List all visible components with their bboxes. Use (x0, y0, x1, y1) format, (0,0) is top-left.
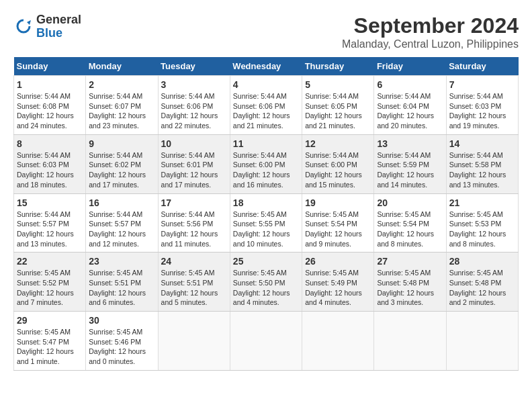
logo: General Blue (13, 13, 81, 40)
header-friday: Friday (374, 57, 446, 76)
table-row (374, 312, 446, 371)
table-row: 3 Sunrise: 5:44 AMSunset: 6:06 PMDayligh… (158, 76, 230, 135)
table-row: 10 Sunrise: 5:44 AMSunset: 6:01 PMDaylig… (158, 134, 230, 193)
header: General Blue September 2024 Malanday, Ce… (13, 13, 519, 50)
title-section: September 2024 Malanday, Central Luzon, … (342, 13, 519, 50)
calendar-table: Sunday Monday Tuesday Wednesday Thursday… (13, 57, 519, 371)
table-row: 20 Sunrise: 5:45 AMSunset: 5:54 PMDaylig… (374, 193, 446, 253)
table-row: 12 Sunrise: 5:44 AMSunset: 6:00 PMDaylig… (302, 134, 374, 193)
table-row: 24 Sunrise: 5:45 AMSunset: 5:51 PMDaylig… (158, 253, 230, 312)
table-row: 5 Sunrise: 5:44 AMSunset: 6:05 PMDayligh… (302, 76, 374, 135)
table-row: 7 Sunrise: 5:44 AMSunset: 6:03 PMDayligh… (446, 76, 518, 135)
table-row (230, 312, 302, 371)
table-row: 29 Sunrise: 5:45 AMSunset: 5:47 PMDaylig… (14, 312, 86, 371)
header-sunday: Sunday (14, 57, 86, 76)
logo-blue: Blue (36, 27, 81, 40)
header-monday: Monday (86, 57, 158, 76)
table-row (158, 312, 230, 371)
table-row: 26 Sunrise: 5:45 AMSunset: 5:49 PMDaylig… (302, 253, 374, 312)
logo-general: General (36, 13, 81, 27)
table-row: 6 Sunrise: 5:44 AMSunset: 6:04 PMDayligh… (374, 76, 446, 135)
table-row: 23 Sunrise: 5:45 AMSunset: 5:51 PMDaylig… (86, 253, 158, 312)
header-thursday: Thursday (302, 57, 374, 76)
header-row: Sunday Monday Tuesday Wednesday Thursday… (14, 57, 519, 76)
table-row: 19 Sunrise: 5:45 AMSunset: 5:54 PMDaylig… (302, 193, 374, 253)
header-saturday: Saturday (446, 57, 518, 76)
header-wednesday: Wednesday (230, 57, 302, 76)
table-row: 11 Sunrise: 5:44 AMSunset: 6:00 PMDaylig… (230, 134, 302, 193)
table-row: 9 Sunrise: 5:44 AMSunset: 6:02 PMDayligh… (86, 134, 158, 193)
table-row: 1 Sunrise: 5:44 AMSunset: 6:08 PMDayligh… (14, 76, 86, 135)
table-row: 14 Sunrise: 5:44 AMSunset: 5:58 PMDaylig… (446, 134, 518, 193)
table-row: 13 Sunrise: 5:44 AMSunset: 5:59 PMDaylig… (374, 134, 446, 193)
table-row: 8 Sunrise: 5:44 AMSunset: 6:03 PMDayligh… (14, 134, 86, 193)
main-title: September 2024 (342, 13, 519, 38)
table-row: 22 Sunrise: 5:45 AMSunset: 5:52 PMDaylig… (14, 253, 86, 312)
logo-text: General Blue (36, 13, 81, 40)
table-row: 15 Sunrise: 5:44 AMSunset: 5:57 PMDaylig… (14, 193, 86, 253)
subtitle: Malanday, Central Luzon, Philippines (342, 38, 519, 50)
table-row: 4 Sunrise: 5:44 AMSunset: 6:06 PMDayligh… (230, 76, 302, 135)
table-row: 27 Sunrise: 5:45 AMSunset: 5:48 PMDaylig… (374, 253, 446, 312)
table-row: 2 Sunrise: 5:44 AMSunset: 6:07 PMDayligh… (86, 76, 158, 135)
header-tuesday: Tuesday (158, 57, 230, 76)
table-row: 18 Sunrise: 5:45 AMSunset: 5:55 PMDaylig… (230, 193, 302, 253)
table-row: 21 Sunrise: 5:45 AMSunset: 5:53 PMDaylig… (446, 193, 518, 253)
table-row (446, 312, 518, 371)
table-row: 30 Sunrise: 5:45 AMSunset: 5:46 PMDaylig… (86, 312, 158, 371)
table-row: 17 Sunrise: 5:44 AMSunset: 5:56 PMDaylig… (158, 193, 230, 253)
logo-icon (13, 17, 34, 37)
table-row: 16 Sunrise: 5:44 AMSunset: 5:57 PMDaylig… (86, 193, 158, 253)
table-row: 25 Sunrise: 5:45 AMSunset: 5:50 PMDaylig… (230, 253, 302, 312)
table-row (302, 312, 374, 371)
table-row: 28 Sunrise: 5:45 AMSunset: 5:48 PMDaylig… (446, 253, 518, 312)
